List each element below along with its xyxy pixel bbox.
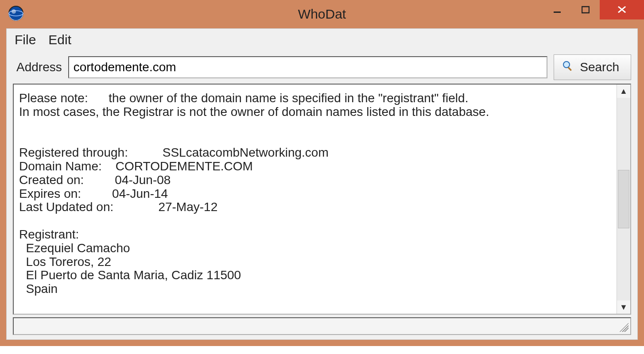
results-text[interactable]: Please note: the owner of the domain nam… xyxy=(14,85,617,314)
minimize-button[interactable] xyxy=(543,0,571,19)
menu-file[interactable]: File xyxy=(15,32,36,47)
scroll-thumb[interactable] xyxy=(618,170,629,228)
title-bar[interactable]: WhoDat ✕ xyxy=(0,0,644,28)
close-button[interactable]: ✕ xyxy=(600,0,644,19)
address-input[interactable] xyxy=(68,56,548,78)
resize-grip[interactable] xyxy=(617,320,628,332)
search-icon xyxy=(562,60,574,75)
client-area: File Edit Address Search Please note: th… xyxy=(6,28,638,340)
scroll-track-bottom[interactable] xyxy=(617,229,630,300)
app-icon xyxy=(8,5,24,23)
status-bar xyxy=(13,317,631,335)
svg-rect-6 xyxy=(568,67,572,71)
svg-rect-3 xyxy=(554,12,561,13)
vertical-scrollbar[interactable]: ▲ ▼ xyxy=(617,85,630,314)
app-window: WhoDat ✕ File Edit Address xyxy=(0,0,644,346)
scroll-track-top[interactable] xyxy=(617,98,630,169)
maximize-button[interactable] xyxy=(571,0,600,19)
scroll-up-button[interactable]: ▲ xyxy=(617,85,630,98)
address-label: Address xyxy=(16,60,62,74)
scroll-down-button[interactable]: ▼ xyxy=(617,300,630,314)
close-icon: ✕ xyxy=(616,3,628,17)
address-bar: Address Search xyxy=(7,52,637,84)
results-panel: Please note: the owner of the domain nam… xyxy=(13,84,631,315)
svg-point-5 xyxy=(563,62,570,68)
svg-rect-4 xyxy=(582,7,589,13)
search-button-label: Search xyxy=(580,60,619,74)
search-button[interactable]: Search xyxy=(554,54,631,80)
window-controls: ✕ xyxy=(543,0,644,22)
svg-point-2 xyxy=(12,9,16,14)
menu-edit[interactable]: Edit xyxy=(48,32,71,47)
menu-bar: File Edit xyxy=(7,29,637,52)
